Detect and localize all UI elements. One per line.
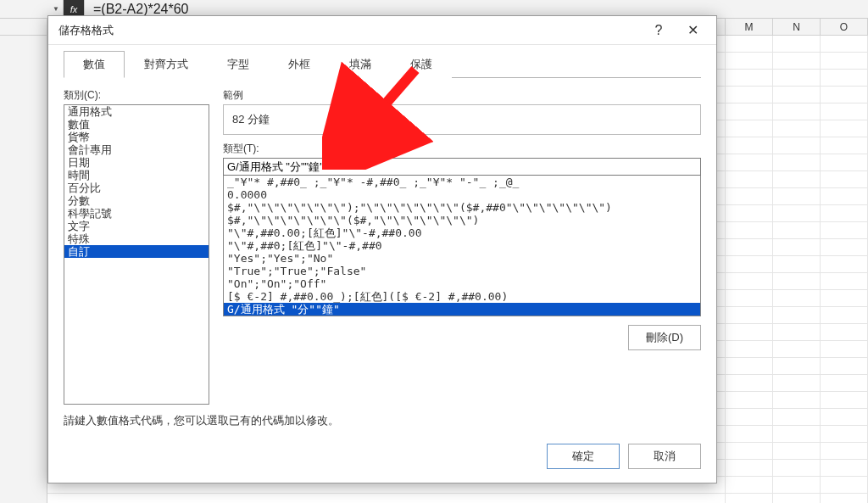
grid-cell[interactable] (821, 188, 868, 205)
grid-cell[interactable] (726, 426, 773, 443)
format-item[interactable]: "\"#,##0.00;[紅色]"\"-#,##0.00 (224, 226, 700, 239)
tab-5[interactable]: 保護 (391, 51, 452, 78)
category-item[interactable]: 文字 (64, 220, 209, 232)
grid-cell[interactable] (821, 341, 868, 358)
grid-cell[interactable] (726, 70, 773, 87)
format-item[interactable]: "\"#,##0;[紅色]"\"-#,##0 (224, 239, 700, 252)
grid-cell[interactable] (821, 494, 868, 503)
grid-cell[interactable] (773, 70, 821, 87)
grid-cell[interactable] (726, 120, 773, 137)
tab-1[interactable]: 對齊方式 (125, 51, 208, 78)
grid-cell[interactable] (726, 273, 773, 290)
grid-cell[interactable] (773, 137, 821, 154)
format-list[interactable]: _"¥"* #,##0_ ;_"¥"* -#,##0_ ;_"¥"* "-"_ … (223, 176, 701, 316)
grid-cell[interactable] (726, 256, 773, 273)
grid-cell[interactable] (726, 460, 773, 477)
grid-cell[interactable] (726, 222, 773, 239)
grid-cell[interactable] (773, 103, 821, 120)
delete-button[interactable]: 刪除(D) (628, 325, 701, 350)
tab-3[interactable]: 外框 (269, 51, 330, 78)
grid-cell[interactable] (821, 222, 868, 239)
category-item[interactable]: 分數 (64, 194, 209, 207)
category-item[interactable]: 百分比 (64, 182, 209, 194)
grid-cell[interactable] (821, 358, 868, 375)
grid-cell[interactable] (773, 494, 821, 503)
grid-cell[interactable] (821, 426, 868, 443)
grid-cell[interactable] (773, 324, 821, 341)
grid-cell[interactable] (821, 443, 868, 460)
format-item[interactable]: "True";"True";"False" (224, 265, 700, 277)
format-item[interactable]: $#,"\"\"\"\"\"\"\");"\"\"\"\"\"\"\"($#,#… (224, 201, 700, 214)
grid-cell[interactable] (773, 307, 821, 324)
grid-cell[interactable] (773, 53, 821, 70)
grid-cell[interactable] (773, 341, 821, 358)
category-item[interactable]: 科學記號 (64, 207, 209, 220)
grid-cell[interactable] (821, 87, 868, 103)
tab-4[interactable]: 填滿 (330, 51, 391, 78)
grid-cell[interactable] (726, 477, 773, 494)
category-item[interactable]: 通用格式 (64, 105, 209, 118)
grid-cell[interactable] (821, 460, 868, 477)
tab-0[interactable]: 數值 (64, 51, 125, 78)
grid-cell[interactable] (726, 103, 773, 120)
grid-cell[interactable] (726, 171, 773, 188)
col-header-O[interactable]: O (821, 19, 868, 36)
grid-cell[interactable] (726, 494, 773, 503)
grid-cell[interactable] (773, 188, 821, 205)
grid-cell[interactable] (821, 36, 868, 53)
col-header-M[interactable]: M (726, 19, 773, 36)
grid-cell[interactable] (773, 273, 821, 290)
category-item[interactable]: 自訂 (64, 245, 209, 258)
tab-2[interactable]: 字型 (208, 51, 269, 78)
category-item[interactable]: 時間 (64, 169, 209, 182)
category-item[interactable]: 數值 (64, 118, 209, 131)
grid-cell[interactable] (726, 36, 773, 53)
grid-cell[interactable] (726, 307, 773, 324)
name-box-dropdown-icon[interactable]: ▼ (53, 5, 59, 13)
grid-cell[interactable] (726, 154, 773, 171)
grid-cell[interactable] (726, 137, 773, 154)
grid-cell[interactable] (773, 290, 821, 307)
grid-cell[interactable] (821, 273, 868, 290)
grid-cell[interactable] (726, 375, 773, 392)
grid-cell[interactable] (773, 205, 821, 222)
grid-cell[interactable] (821, 53, 868, 70)
category-item[interactable]: 貨幣 (64, 131, 209, 143)
grid-cell[interactable] (821, 120, 868, 137)
help-button[interactable]: ? (642, 19, 676, 42)
grid-cell[interactable] (726, 324, 773, 341)
grid-cell[interactable] (773, 358, 821, 375)
grid-cell[interactable] (773, 443, 821, 460)
ok-button[interactable]: 確定 (547, 444, 620, 469)
grid-cell[interactable] (773, 171, 821, 188)
grid-cell[interactable] (821, 375, 868, 392)
category-item[interactable]: 日期 (64, 156, 209, 169)
grid-cell[interactable] (726, 358, 773, 375)
category-item[interactable]: 特殊 (64, 232, 209, 245)
grid-cell[interactable] (821, 205, 868, 222)
grid-cell[interactable] (726, 392, 773, 409)
grid-cell[interactable] (821, 137, 868, 154)
grid-cell[interactable] (821, 256, 868, 273)
grid-cell[interactable] (821, 154, 868, 171)
grid-cell[interactable] (726, 239, 773, 256)
grid-cell[interactable] (821, 290, 868, 307)
format-item[interactable]: "Yes";"Yes";"No" (224, 252, 700, 265)
grid-cell[interactable] (726, 87, 773, 103)
format-item[interactable]: $#,"\"\"\"\"\"\"\"($#,"\"\"\"\"\"\"\") (224, 214, 700, 226)
grid-cell[interactable] (726, 205, 773, 222)
grid-cell[interactable] (773, 460, 821, 477)
grid-cell[interactable] (773, 477, 821, 494)
grid-cell[interactable] (773, 120, 821, 137)
grid-cell[interactable] (821, 324, 868, 341)
category-list[interactable]: 通用格式數值貨幣會計專用日期時間百分比分數科學記號文字特殊自訂 (64, 104, 209, 405)
grid-cell[interactable] (821, 70, 868, 87)
grid-cell[interactable] (773, 87, 821, 103)
col-header-N[interactable]: N (773, 19, 821, 36)
cancel-button[interactable]: 取消 (628, 444, 701, 469)
type-input[interactable] (223, 158, 701, 176)
grid-cell[interactable] (773, 154, 821, 171)
format-item[interactable]: [$ €-2] #,##0.00_);[紅色]([$ €-2] #,##0.00… (224, 290, 700, 303)
format-item[interactable]: G/通用格式 "分""鐘" (224, 303, 700, 316)
category-item[interactable]: 會計專用 (64, 143, 209, 156)
